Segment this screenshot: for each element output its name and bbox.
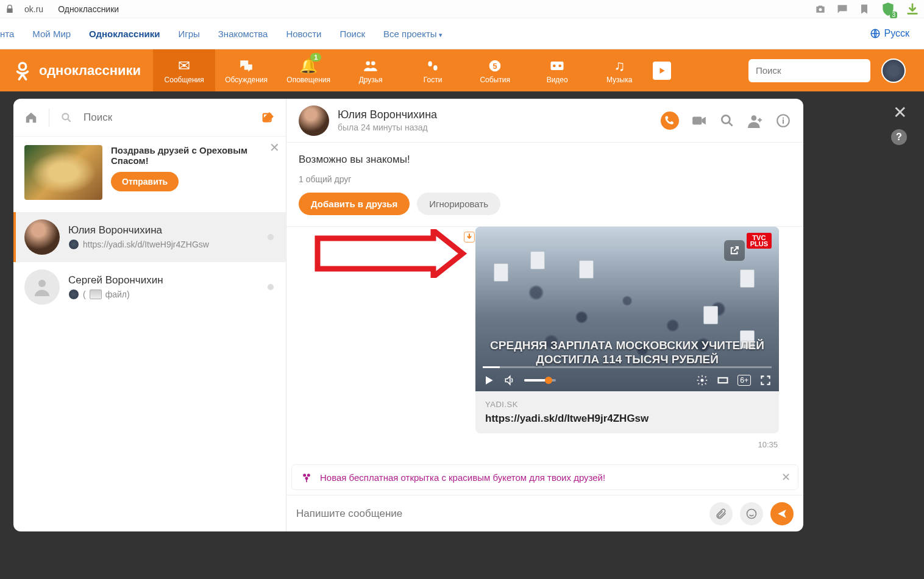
home-icon[interactable] [24,111,38,124]
svg-point-18 [752,115,757,121]
channel-badge: PLUS [747,233,772,249]
svg-point-15 [38,280,46,287]
tab-music[interactable]: ♫Музыка [588,49,650,91]
chat-list-item[interactable]: Юлия Ворончихина https://yadi.sk/d/ItweH… [13,212,286,262]
svg-point-23 [303,474,306,477]
nav-item[interactable]: Поиск [339,29,365,39]
tab-discussions[interactable]: Обсуждения [215,49,277,91]
chat-icon[interactable] [836,3,848,15]
svg-point-11 [558,64,561,67]
add-user-icon[interactable] [747,113,763,129]
nav-item[interactable]: Новости [286,29,321,39]
message-input[interactable] [296,508,702,520]
file-icon [90,290,102,299]
nav-item-projects[interactable]: Все проекты [383,29,442,39]
close-icon[interactable]: ✕ [893,102,907,123]
add-friend-button[interactable]: Добавить в друзья [299,193,410,215]
volume-slider[interactable] [524,379,556,382]
tab-friends[interactable]: Друзья [339,49,402,91]
tab-video[interactable]: Видео [526,49,588,91]
main-header: одноклассники ✉Сообщения Обсуждения 1🔔Оп… [0,49,924,91]
video-player[interactable]: PLUS СРЕДНЯЯ ЗАРПЛАТА МОСКОВСКИХ УЧИТЕЛЕ… [475,227,779,391]
top-navigation: нта Мой Мир Одноклассники Игры Знакомств… [0,18,924,49]
svg-point-0 [819,8,822,11]
settings-icon[interactable] [696,374,708,386]
svg-rect-22 [719,378,728,383]
nav-item[interactable]: Мой Мир [32,29,71,39]
conversation-panel: Юлия Ворончихина была 24 минуты назад Во… [286,99,803,531]
header-search[interactable] [748,59,870,82]
compose-bar [286,495,803,531]
help-icon[interactable]: ? [891,129,907,145]
call-icon[interactable] [661,112,679,130]
hint-close-icon[interactable]: ✕ [781,471,791,484]
chat-list-item[interactable]: Сергей Ворончихин (файл) [13,262,286,312]
contact-name: Юлия Ворончихина [338,108,437,121]
video-caption: СРЕДНЯЯ ЗАРПЛАТА МОСКОВСКИХ УЧИТЕЛЕЙ ДОС… [483,338,772,368]
promo-close-icon[interactable]: ✕ [269,140,280,155]
volume-icon[interactable] [503,374,516,386]
tab-events[interactable]: 5События [464,49,526,91]
nav-item[interactable]: нта [0,29,14,39]
nav-item[interactable]: Игры [178,29,199,39]
promo-text: Поздравь друзей с Ореховым Спасом! [111,145,275,166]
fullscreen-icon[interactable] [759,374,772,386]
friend-suggestion-block: Возможно вы знакомы! 1 общий друг Добави… [286,143,803,227]
promo-send-button[interactable]: Отправить [111,172,179,191]
camera-icon[interactable] [814,3,826,15]
link-url: https://yadi.sk/d/ItweH9jr4ZHGsw [485,413,769,425]
page-title: Одноклассники [58,4,119,14]
bookmark-icon[interactable] [858,3,870,15]
attach-button[interactable] [709,502,733,525]
search-icon [60,112,73,124]
status-dot [268,284,274,290]
chat-preview: файл) [105,290,130,299]
header-search-input[interactable] [756,65,872,76]
svg-point-10 [553,64,556,67]
chat-name: Юлия Ворончихина [68,224,275,236]
browser-address-bar: ok.ru Одноклассники 3 [0,0,924,18]
messages-area: PLUS СРЕДНЯЯ ЗАРПЛАТА МОСКОВСКИХ УЧИТЕЛЕ… [286,227,803,464]
ignore-button[interactable]: Игнорировать [417,193,500,215]
promo-card: ✕ Поздравь друзей с Ореховым Спасом! Отп… [13,137,286,212]
svg-text:5: 5 [493,61,497,70]
svg-point-21 [701,379,704,382]
download-badge-icon[interactable] [463,231,475,243]
contact-avatar[interactable] [299,105,329,136]
status-dot [268,234,274,240]
language-selector[interactable]: Русск [870,28,910,39]
site-logo[interactable]: одноклассники [0,49,153,91]
adblock-shield-icon[interactable]: 3 [880,1,896,17]
play-icon[interactable] [483,374,495,386]
sidebar-search-input[interactable] [84,112,251,124]
sender-avatar-icon [68,239,79,250]
messenger-app: ✕ Поздравь друзей с Ореховым Спасом! Отп… [13,99,803,531]
emoji-button[interactable] [740,502,763,525]
nav-item[interactable]: Знакомства [218,29,268,39]
lock-icon [5,4,15,14]
tab-guests[interactable]: Гости [402,49,464,91]
hint-banner[interactable]: Новая бесплатная открытка с красивым бук… [291,464,798,490]
theater-icon[interactable] [717,374,729,386]
suggestion-subtitle: 1 общий друг [299,174,791,184]
nav-item[interactable]: Одноклассники [89,29,160,39]
video-call-icon[interactable] [691,113,707,129]
globe-icon [870,28,881,39]
info-icon[interactable] [775,113,791,129]
svg-point-26 [747,509,756,518]
user-avatar[interactable] [881,59,906,83]
url-host: ok.ru [24,4,43,14]
download-icon[interactable] [906,2,919,16]
tab-notifications[interactable]: 1🔔Оповещения [277,49,339,91]
tab-messages[interactable]: ✉Сообщения [153,49,215,91]
play-button[interactable] [653,62,671,80]
send-button[interactable] [770,502,794,525]
message-time: 10:35 [758,440,778,449]
open-external-icon[interactable] [724,240,745,261]
svg-point-4 [371,61,375,65]
link-preview[interactable]: YADI.SK https://yadi.sk/d/ItweH9jr4ZHGsw [475,391,779,433]
search-icon[interactable] [719,113,735,129]
compose-icon[interactable] [261,111,275,124]
conversation-header: Юлия Ворончихина была 24 минуты назад [286,99,803,143]
quality-badge[interactable]: 6+ [737,375,751,386]
